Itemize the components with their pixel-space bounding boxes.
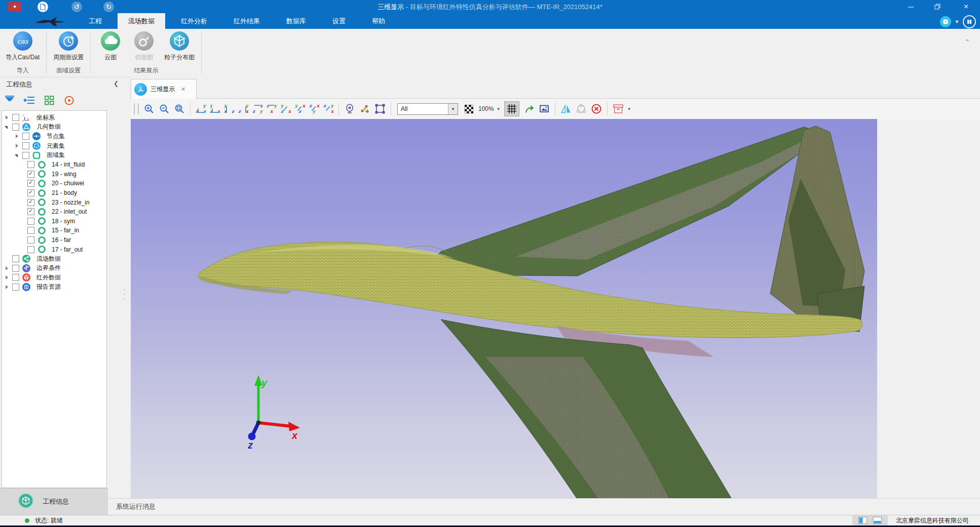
view-iso1-icon[interactable]: yzx	[280, 104, 291, 114]
view-iso3-icon[interactable]: zxy	[309, 104, 320, 114]
expander-icon[interactable]	[4, 124, 10, 130]
archive-caret-icon[interactable]: ▼	[627, 107, 631, 111]
expander-icon[interactable]	[4, 114, 10, 120]
tree-item-nozzle-in[interactable]: 23 - nozzle_in	[2, 197, 106, 207]
new-document-icon[interactable]	[37, 2, 48, 12]
maximize-button[interactable]	[926, 0, 949, 13]
grid-toggle-button[interactable]	[504, 101, 519, 116]
redo-icon[interactable]: ↻	[103, 2, 114, 12]
undo-icon[interactable]: ↺	[71, 2, 82, 12]
checkbox[interactable]	[27, 180, 34, 187]
tree-item-report-resources[interactable]: 报告资源	[2, 282, 106, 292]
snapshot-image-icon[interactable]	[538, 102, 551, 115]
tree-item-node-set[interactable]: 节点集	[2, 132, 106, 141]
tree-item-coordinate-system[interactable]: Yzx 坐标系	[2, 113, 106, 123]
close-button[interactable]: ✕	[952, 0, 980, 13]
tree-item-flow-data[interactable]: 流场数据	[2, 254, 106, 264]
ribbon-collapse-icon[interactable]: ⌃	[965, 38, 970, 46]
panel-footer[interactable]: 工程信息	[0, 488, 108, 515]
checkbox[interactable]	[12, 114, 19, 121]
panel-collapse-icon[interactable]: ❮	[114, 80, 119, 87]
menu-item-ir-analysis[interactable]: 红外分析	[170, 13, 218, 29]
view-iso4-icon[interactable]: zyx	[323, 104, 334, 114]
collapse-all-icon[interactable]	[23, 94, 36, 106]
theme-icon[interactable]	[940, 16, 951, 27]
view-iso2-icon[interactable]: yxz	[294, 104, 306, 114]
filter-icon[interactable]	[3, 94, 16, 106]
grid-view-icon[interactable]	[43, 94, 56, 106]
tab-3d-display[interactable]: 三维显示 ✕	[131, 79, 197, 99]
checkbox[interactable]	[12, 255, 19, 262]
checkbox[interactable]	[22, 133, 29, 140]
toolbar-drag-handle[interactable]	[134, 103, 139, 114]
checkbox[interactable]	[12, 274, 19, 281]
tree-item-far-in[interactable]: 15 - far_in	[2, 226, 106, 235]
expander-icon[interactable]	[14, 143, 20, 149]
expander-icon[interactable]	[14, 133, 20, 139]
combo-arrow-icon[interactable]: ▼	[448, 104, 458, 114]
probe-camera-icon[interactable]	[343, 102, 356, 115]
app-icon[interactable]: ✦	[8, 2, 21, 11]
checkbox[interactable]	[27, 236, 34, 244]
view-right-icon[interactable]: yzx	[238, 104, 249, 114]
zoom-fit-icon[interactable]	[173, 102, 186, 115]
tree-item-chuiwei[interactable]: 20 - chuiwei	[2, 179, 106, 188]
zoom-in-icon[interactable]	[142, 102, 156, 115]
mirror-icon[interactable]	[559, 102, 573, 115]
expander-icon[interactable]	[4, 265, 10, 271]
view-back-icon[interactable]: yzx	[209, 104, 220, 114]
box-select-icon[interactable]	[373, 102, 387, 115]
checkbox[interactable]	[27, 161, 34, 168]
view-top-icon[interactable]: xzy	[252, 104, 263, 114]
menu-item-settings[interactable]: 设置	[322, 13, 356, 29]
tree-item-boundary-conditions[interactable]: 边界条件	[2, 264, 106, 273]
export-share-icon[interactable]	[522, 102, 536, 115]
tab-close-icon[interactable]: ✕	[181, 86, 185, 93]
zoom-level-value[interactable]: 100%	[478, 105, 494, 112]
checkbox[interactable]	[12, 265, 19, 272]
checkbox[interactable]	[27, 171, 34, 178]
viewport-3d[interactable]: y x z	[131, 119, 877, 498]
splitter-handle[interactable]: ···	[123, 287, 126, 300]
tree-item-infrared-data[interactable]: 红外数据	[2, 273, 106, 282]
menu-item-flow-data[interactable]: 流场数据	[118, 13, 165, 29]
archive-box-icon[interactable]	[612, 102, 625, 115]
checkbox[interactable]	[22, 142, 29, 149]
tree-item-body[interactable]: 21 - body	[2, 188, 106, 198]
menu-item-database[interactable]: 数据库	[276, 13, 317, 29]
tree-item-element-set[interactable]: 元素集	[2, 141, 106, 151]
ribbon-button-cloud-map[interactable]: 云图	[94, 30, 127, 65]
checkbox[interactable]	[22, 152, 29, 159]
ribbon-button-import-cas[interactable]: cas 导入Cas/Dat	[2, 30, 43, 65]
tree-item-face-set[interactable]: 面域集	[2, 150, 106, 160]
menu-item-help[interactable]: 帮助	[361, 13, 396, 29]
layout-left-icon[interactable]	[858, 517, 867, 524]
tree-item-far[interactable]: 16 - far	[2, 235, 106, 245]
checkbox[interactable]	[27, 227, 34, 234]
tree-item-geometry-data[interactable]: 几何数据	[2, 123, 106, 132]
orbit-nodes-icon[interactable]	[575, 102, 588, 115]
chevron-down-icon[interactable]: ▼	[955, 19, 959, 24]
tree-item-wing[interactable]: 19 - wing	[2, 170, 106, 179]
expander-icon[interactable]	[4, 274, 10, 280]
particles-icon[interactable]	[358, 102, 371, 115]
view-bottom-icon[interactable]: zyx	[266, 104, 277, 114]
help-panel-icon[interactable]	[963, 15, 976, 28]
checkbox[interactable]	[27, 199, 34, 206]
ribbon-button-particle-map[interactable]: 粒子分布图	[161, 30, 198, 65]
tree-item-far-out[interactable]: 17 - far_out	[2, 245, 106, 254]
zoom-out-icon[interactable]	[158, 102, 171, 115]
menu-item-project[interactable]: 工程	[78, 13, 112, 29]
expander-icon[interactable]	[14, 152, 20, 158]
tree-item-inlet-out[interactable]: 22 - inlet_out	[2, 207, 106, 217]
checkbox[interactable]	[27, 218, 34, 225]
minimize-button[interactable]	[899, 0, 922, 13]
checkbox[interactable]	[12, 283, 19, 291]
layout-bottom-icon[interactable]	[873, 517, 882, 524]
ribbon-button-periodic-face[interactable]: 周期面设置	[50, 30, 87, 65]
zoom-level-caret-icon[interactable]: ▼	[497, 107, 501, 111]
checkbox[interactable]	[27, 189, 34, 196]
checkbox[interactable]	[27, 246, 34, 253]
transparency-checker-icon[interactable]	[462, 102, 475, 115]
menu-item-ir-result[interactable]: 红外结果	[223, 13, 271, 29]
